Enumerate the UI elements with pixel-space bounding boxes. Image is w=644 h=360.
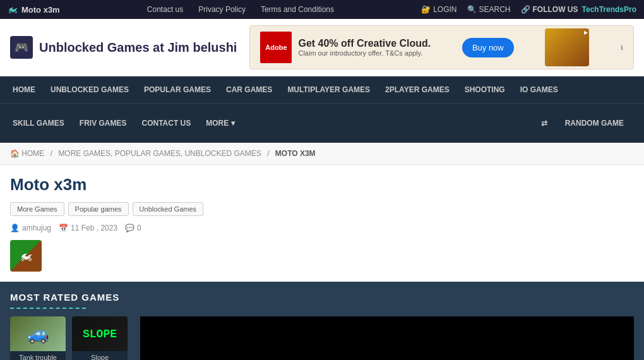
search-icon: 🔍: [467, 5, 477, 14]
nav-contact[interactable]: CONTACT US: [134, 111, 198, 135]
slope-image: SLOPE: [72, 316, 128, 351]
search-button[interactable]: 🔍 SEARCH: [467, 5, 511, 14]
primary-nav: HOME UNBLOCKED GAMES POPULAR GAMES CAR G…: [0, 76, 644, 103]
comments-icon: 💬: [125, 224, 134, 232]
page-title: Moto x3m: [10, 175, 634, 195]
breadcrumb-sep1: /: [51, 149, 52, 158]
share-icon: 🔗: [521, 5, 530, 14]
post-date: 📅 11 Feb , 2023: [59, 224, 117, 232]
game-card-slope[interactable]: SLOPE Slope: [72, 316, 128, 360]
nav-popular[interactable]: POPULAR GAMES: [136, 76, 218, 103]
tank-trouble-image: 🚙: [10, 316, 66, 351]
game-thumb-image: 🏍: [10, 240, 42, 272]
tank-icon: 🚙: [27, 323, 49, 344]
games-grid: 🚙 Tank trouble SLOPE Slope: [10, 316, 634, 360]
date-value: 11 Feb , 2023: [71, 224, 117, 232]
nav-car-games[interactable]: CAR GAMES: [218, 76, 280, 103]
random-icon: ⇄: [534, 111, 555, 135]
most-rated-section: MOST RATED GAMES 🚙 Tank trouble SLOPE Sl…: [0, 282, 644, 360]
slope-text: SLOPE: [83, 328, 117, 340]
site-name: Unblocked Games at Jim belushi: [39, 40, 237, 55]
top-bar: 🏍 Moto x3m Contact us Privacy Policy Ter…: [0, 0, 644, 19]
breadcrumb-home-icon: 🏠: [10, 149, 20, 158]
author-name: amhujug: [22, 224, 51, 232]
nav-multiplayer[interactable]: MULTIPLAYER GAMES: [280, 76, 378, 103]
post-meta: 👤 amhujug 📅 11 Feb , 2023 💬 0: [10, 224, 634, 232]
logo-image: 🎮: [10, 36, 33, 59]
follow-button[interactable]: 🔗 FOLLOW US TechTrendsPro: [521, 5, 636, 14]
nav-friv[interactable]: FRIV GAMES: [72, 111, 134, 135]
secondary-nav: SKILL GAMES FRIV GAMES CONTACT US MORE ▾…: [0, 103, 644, 143]
nav-shooting[interactable]: SHOOTING: [457, 76, 513, 103]
login-icon: 🔐: [421, 5, 431, 14]
advertisement-banner[interactable]: Adobe Get 40% off Creative Cloud. Claim …: [249, 25, 634, 69]
nav-home[interactable]: HOME: [5, 76, 43, 103]
search-label: SEARCH: [479, 5, 511, 14]
post-author: 👤 amhujug: [10, 224, 51, 232]
breadcrumb: 🏠 HOME / MORE GAMES, POPULAR GAMES, UNBL…: [0, 143, 644, 165]
top-bar-left: 🏍 Moto x3m: [8, 4, 60, 15]
contact-link[interactable]: Contact us: [147, 5, 183, 14]
nav-unblocked[interactable]: UNBLOCKED GAMES: [43, 76, 136, 103]
breadcrumb-current: MOTO X3M: [275, 149, 316, 158]
login-button[interactable]: 🔐 LOGIN: [421, 5, 456, 14]
comments-count: 0: [137, 224, 141, 232]
follow-brand: TechTrendsPro: [582, 5, 636, 14]
random-label: RANDOM GAME: [558, 111, 631, 135]
breadcrumb-middle[interactable]: MORE GAMES, POPULAR GAMES, UNBLOCKED GAM…: [58, 149, 261, 158]
tank-trouble-label: Tank trouble: [10, 351, 66, 360]
ad-buy-button[interactable]: Buy now: [462, 38, 514, 57]
ad-subtext: Claim our introductory offer. T&Cs apply…: [298, 49, 431, 57]
logo-icon: 🎮: [15, 40, 28, 54]
header-logo: 🎮 Unblocked Games at Jim belushi: [10, 36, 237, 59]
author-icon: 👤: [10, 224, 20, 232]
privacy-link[interactable]: Privacy Policy: [198, 5, 246, 14]
tag-more-games[interactable]: More Games: [10, 202, 64, 216]
most-rated-title: MOST RATED GAMES: [10, 292, 634, 303]
tag-popular[interactable]: Popular games: [68, 202, 129, 216]
random-game-button[interactable]: ⇄ RANDOM GAME: [526, 104, 639, 143]
breadcrumb-sep2: /: [267, 149, 269, 158]
ad-badge: ℹ: [621, 44, 623, 51]
tag-list: More Games Popular games Unblocked Games: [10, 202, 634, 216]
breadcrumb-home[interactable]: HOME: [21, 149, 44, 158]
nav-skill[interactable]: SKILL GAMES: [5, 111, 72, 135]
nav-more[interactable]: MORE ▾: [198, 111, 242, 135]
top-bar-title: Moto x3m: [21, 5, 60, 15]
tag-unblocked[interactable]: Unblocked Games: [133, 202, 204, 216]
adobe-logo: Adobe: [260, 32, 292, 63]
ad-adobe-section: Adobe Get 40% off Creative Cloud. Claim …: [260, 32, 431, 63]
login-label: LOGIN: [433, 5, 456, 14]
game-area: [140, 316, 634, 360]
follow-label: FOLLOW US: [533, 5, 578, 14]
most-rated-divider: [10, 308, 86, 309]
ad-text: Get 40% off Creative Cloud. Claim our in…: [298, 38, 431, 57]
ad-headline: Get 40% off Creative Cloud.: [298, 38, 431, 49]
terms-link[interactable]: Terms and Conditions: [261, 5, 334, 14]
header: 🎮 Unblocked Games at Jim belushi Adobe G…: [0, 19, 644, 76]
main-content: Moto x3m More Games Popular games Unbloc…: [0, 165, 644, 360]
nav-2player[interactable]: 2PLAYER GAMES: [378, 76, 457, 103]
post-comments: 💬 0: [125, 224, 141, 232]
slope-label: Slope: [72, 351, 128, 360]
game-card-tank-trouble[interactable]: 🚙 Tank trouble: [10, 316, 66, 360]
game-thumbnail[interactable]: 🏍: [10, 240, 42, 272]
date-icon: 📅: [59, 224, 68, 232]
top-bar-nav: Contact us Privacy Policy Terms and Cond…: [147, 5, 334, 14]
motox3m-icon: 🏍: [8, 4, 18, 15]
ad-image: ▶: [545, 28, 589, 66]
nav-io-games[interactable]: IO GAMES: [513, 76, 566, 103]
top-bar-right: 🔐 LOGIN 🔍 SEARCH 🔗 FOLLOW US TechTrendsP…: [421, 5, 636, 14]
